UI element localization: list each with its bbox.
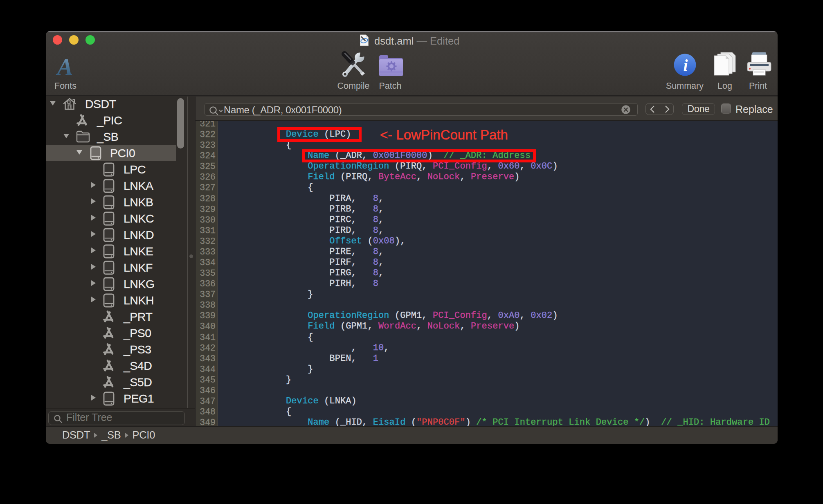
svg-text:i: i [683,56,688,74]
svg-text:A: A [56,56,73,79]
